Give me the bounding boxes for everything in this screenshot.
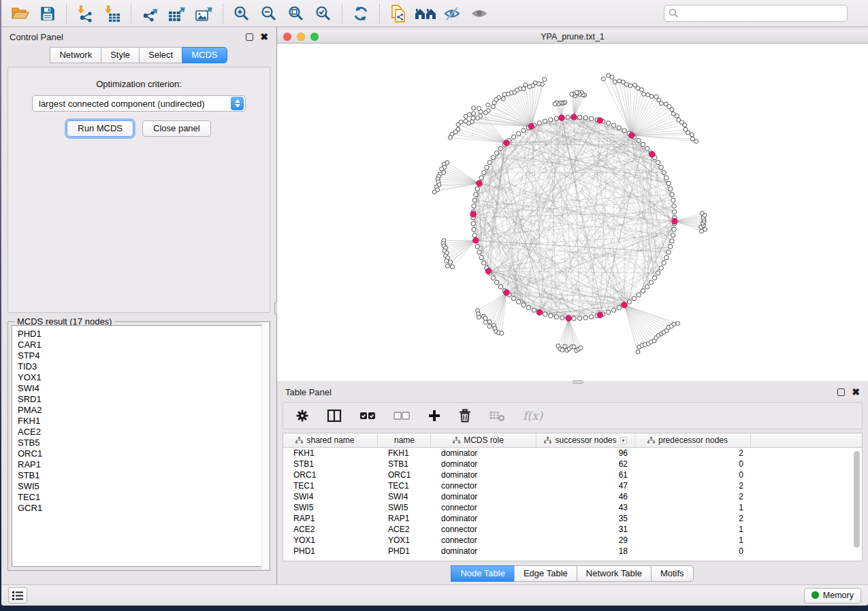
table-tab[interactable]: Node Table [451,565,515,582]
mcds-hub-node [649,152,656,158]
mcds-result-item[interactable]: SRD1 [12,394,266,405]
mcds-result-item[interactable]: GCR1 [12,503,266,514]
mcds-result-item[interactable]: CAR1 [12,340,266,350]
toolbar-separator [131,4,131,23]
memory-status-icon [811,591,819,599]
hide-selected-icon[interactable] [441,3,464,24]
search-icon [669,8,679,21]
zoom-selected-icon[interactable] [312,3,335,24]
table-tab[interactable]: Network Table [577,565,652,582]
show-columns-icon[interactable] [327,409,342,423]
search-input[interactable] [664,5,848,22]
select-stepper-icon [231,97,244,110]
clone-network-icon[interactable] [387,3,410,24]
table-row[interactable]: STB1 STB1 dominator 62 0 [283,459,862,469]
table-scrollbar-thumb[interactable] [854,451,860,548]
mcds-result-list: PHD1CAR1STP4TID3YOX1SWI4SRD1PMA2FKH1ACE2… [12,325,266,567]
mcds-result-item[interactable]: STP4 [12,350,266,361]
export-image-icon[interactable] [193,3,216,24]
mcds-result-item[interactable]: FKH1 [12,416,266,427]
toolbar-separator [66,4,67,23]
deselect-all-icon[interactable] [393,411,410,420]
refresh-icon[interactable] [349,3,372,24]
table-row[interactable]: SWI4 SWI4 dominator 46 2 [283,491,862,502]
table-row[interactable]: ACE2 ACE2 connector 31 1 [283,524,862,535]
mcds-result-item[interactable]: PMA2 [12,405,266,416]
table-tab[interactable]: Edge Table [514,565,577,582]
control-panel-tab[interactable]: MCDS [182,47,227,63]
control-panel-tab[interactable]: Network [50,47,101,63]
optimization-criterion-select[interactable]: largest connected component (undirected) [32,95,246,112]
zoom-out-icon[interactable] [257,3,280,24]
first-neighbors-icon[interactable] [414,3,437,24]
mcds-hub-node [559,115,565,121]
control-panel-tab[interactable]: Style [101,47,140,63]
task-history-button[interactable] [8,587,27,604]
import-table-icon[interactable] [101,3,124,24]
delete-column-icon[interactable] [459,409,471,423]
mcds-hub-node [597,118,603,124]
shared-column-icon [647,437,655,444]
network-graph[interactable] [277,44,868,381]
table-row[interactable]: PHD1 PHD1 dominator 18 0 [283,546,862,557]
mcds-result-item[interactable]: SWI5 [12,481,266,492]
mcds-hub-node [597,312,603,318]
shared-column-icon [295,437,303,444]
toolbar-separator [342,4,342,23]
table-column-header[interactable]: shared name ▾ [283,433,378,447]
network-window-titlebar[interactable]: YPA_prune.txt_1 [277,30,868,44]
mcds-hub-node [629,132,635,138]
table-column-header[interactable]: predecessor nodes ▾ [635,433,751,447]
mcds-result-item[interactable]: TEC1 [12,492,266,503]
float-table-panel-icon[interactable] [837,389,845,396]
mcds-result-item[interactable]: STB1 [12,470,266,481]
mcds-result-item[interactable]: TID3 [12,361,266,372]
table-row[interactable]: YOX1 YOX1 connector 29 1 [283,535,862,546]
shared-column-icon [544,437,551,444]
mcds-result-item[interactable]: STB5 [12,437,266,448]
close-table-panel-icon[interactable]: ✖ [852,389,860,396]
select-all-icon[interactable] [359,411,376,420]
table-row[interactable]: ORC1 ORC1 dominator 61 0 [283,469,862,480]
mcds-result-item[interactable]: PHD1 [12,329,266,340]
mcds-result-item[interactable]: ACE2 [12,427,266,437]
table-panel-title: Table Panel [285,387,332,397]
control-panel-tab[interactable]: Select [139,47,182,63]
export-network-icon[interactable] [138,3,161,24]
table-row[interactable]: TEC1 TEC1 connector 47 2 [283,480,862,491]
mcds-result-item[interactable]: ORC1 [12,448,266,459]
result-list-scrollbar[interactable] [261,323,269,569]
open-session-icon[interactable] [9,3,32,24]
table-column-header[interactable]: successor nodes ▾ [536,433,635,447]
table-settings-gear-icon[interactable] [295,409,309,423]
table-column-header[interactable]: MCDS role ▾ [431,433,536,447]
zoom-in-icon[interactable] [230,3,253,24]
add-column-icon[interactable] [428,409,441,423]
mcds-result-item[interactable]: YOX1 [12,372,266,383]
import-network-icon[interactable] [74,3,97,24]
close-panel-icon[interactable]: ✖ [260,33,268,41]
sort-indicator-icon[interactable]: ▾ [620,437,627,444]
mcds-hub-node [485,268,492,274]
mcds-result-item[interactable]: SWI4 [12,383,266,394]
table-row[interactable]: RAP1 RAP1 dominator 35 2 [283,513,862,524]
run-mcds-button[interactable]: Run MCDS [67,120,133,137]
table-tab[interactable]: Motifs [651,565,694,582]
zoom-fit-icon[interactable] [285,3,308,24]
save-session-icon[interactable] [36,3,59,24]
table-row[interactable]: SWI5 SWI5 connector 43 1 [283,502,862,513]
horizontal-splitter-grip[interactable] [573,380,583,384]
table-scrollbar[interactable] [852,448,861,559]
show-all-icon[interactable] [468,3,492,24]
memory-button[interactable]: Memory [804,588,861,604]
mcds-hub-node [622,302,628,308]
control-panel-tabs: NetworkStyleSelectMCDS [1,45,276,67]
mcds-result-item[interactable]: RAP1 [12,459,266,470]
application-window: Control Panel ✖ NetworkStyleSelectMCDS O… [1,0,868,606]
table-column-header[interactable]: name ▾ [378,433,431,447]
table-row[interactable]: FKH1 FKH1 dominator 96 2 [283,448,862,459]
float-panel-icon[interactable] [246,33,253,41]
close-panel-button[interactable]: Close panel [142,120,211,137]
export-table-icon[interactable] [165,3,189,24]
network-view[interactable] [277,44,868,381]
